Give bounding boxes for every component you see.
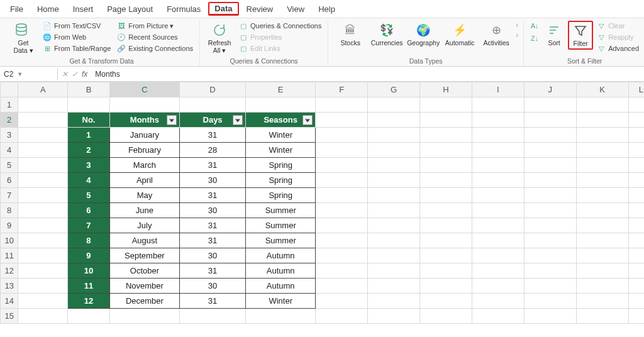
cell-B13[interactable]: 11: [68, 279, 110, 294]
cell-C4[interactable]: February: [109, 143, 179, 158]
cell-I13[interactable]: [472, 279, 524, 294]
cell-A13[interactable]: [18, 279, 68, 294]
col-header-L[interactable]: L: [628, 82, 644, 97]
cell-I7[interactable]: [472, 188, 524, 203]
cell-E3[interactable]: Winter: [246, 128, 316, 143]
cell-E13[interactable]: Autumn: [246, 279, 316, 294]
cell-D15[interactable]: [180, 309, 246, 324]
cell-H2[interactable]: [420, 113, 472, 128]
cell-F10[interactable]: [316, 233, 368, 248]
cell-K4[interactable]: [576, 143, 628, 158]
gt-from-picture-[interactable]: 🖼From Picture ▾: [116, 21, 194, 31]
cell-C5[interactable]: March: [109, 158, 179, 173]
cell-J5[interactable]: [524, 158, 576, 173]
cell-D8[interactable]: 30: [180, 203, 246, 218]
cell-K9[interactable]: [576, 218, 628, 233]
cell-C10[interactable]: August: [109, 233, 179, 248]
cell-D10[interactable]: 31: [180, 233, 246, 248]
menu-view[interactable]: View: [280, 3, 311, 16]
cell-E6[interactable]: Spring: [246, 173, 316, 188]
chevron-left-icon[interactable]: ‹: [516, 21, 518, 30]
cell-H3[interactable]: [420, 128, 472, 143]
datatype-automatic[interactable]: ⚡Automatic: [443, 21, 477, 48]
cell-B11[interactable]: 9: [68, 248, 110, 263]
cell-B3[interactable]: 1: [68, 128, 110, 143]
cell-E8[interactable]: Summer: [246, 203, 316, 218]
cell-F15[interactable]: [316, 309, 368, 324]
cell-K12[interactable]: [576, 263, 628, 279]
cell-A8[interactable]: [18, 203, 68, 218]
cell-B12[interactable]: 10: [68, 263, 110, 279]
cell-I15[interactable]: [472, 309, 524, 324]
cell-K10[interactable]: [576, 233, 628, 248]
cell-B1[interactable]: [68, 97, 110, 113]
cell-A11[interactable]: [18, 248, 68, 263]
col-header-G[interactable]: G: [368, 82, 420, 97]
formula-input[interactable]: Months: [91, 70, 644, 79]
row-header-3[interactable]: 3: [1, 128, 18, 143]
cell-G7[interactable]: [368, 188, 420, 203]
row-header-12[interactable]: 12: [1, 263, 18, 279]
cell-G2[interactable]: [368, 113, 420, 128]
cell-L9[interactable]: [628, 218, 644, 233]
cell-K13[interactable]: [576, 279, 628, 294]
datatype-stocks[interactable]: 🏛Stocks: [333, 21, 367, 48]
cell-J14[interactable]: [524, 294, 576, 309]
cell-I12[interactable]: [472, 263, 524, 279]
cell-J6[interactable]: [524, 173, 576, 188]
cell-L4[interactable]: [628, 143, 644, 158]
cell-B15[interactable]: [68, 309, 110, 324]
cell-H10[interactable]: [420, 233, 472, 248]
cell-C3[interactable]: January: [109, 128, 179, 143]
datatype-geography[interactable]: 🌍Geography: [406, 21, 440, 48]
filter-button[interactable]: Filter: [568, 21, 593, 50]
col-header-F[interactable]: F: [316, 82, 368, 97]
menu-review[interactable]: Review: [240, 3, 280, 16]
cell-L3[interactable]: [628, 128, 644, 143]
cell-G15[interactable]: [368, 309, 420, 324]
cell-H13[interactable]: [420, 279, 472, 294]
cell-L12[interactable]: [628, 263, 644, 279]
cell-I10[interactable]: [472, 233, 524, 248]
datatype-currencies[interactable]: 💱Currencies: [370, 21, 404, 48]
cell-A2[interactable]: [18, 113, 68, 128]
cell-K15[interactable]: [576, 309, 628, 324]
cell-E14[interactable]: Winter: [246, 294, 316, 309]
cell-I1[interactable]: [472, 97, 524, 113]
cell-A5[interactable]: [18, 158, 68, 173]
cell-D3[interactable]: 31: [180, 128, 246, 143]
cell-D13[interactable]: 30: [180, 279, 246, 294]
name-box[interactable]: C2 ▼: [0, 69, 58, 80]
row-header-14[interactable]: 14: [1, 294, 18, 309]
fx-icon[interactable]: fx: [82, 70, 87, 79]
cell-F2[interactable]: [316, 113, 368, 128]
cell-D12[interactable]: 31: [180, 263, 246, 279]
cell-K1[interactable]: [576, 97, 628, 113]
cell-J2[interactable]: [524, 113, 576, 128]
row-header-6[interactable]: 6: [1, 173, 18, 188]
row-header-2[interactable]: 2: [1, 113, 18, 128]
row-header-7[interactable]: 7: [1, 188, 18, 203]
cell-C8[interactable]: June: [109, 203, 179, 218]
cell-J8[interactable]: [524, 203, 576, 218]
cell-C7[interactable]: May: [109, 188, 179, 203]
col-header-J[interactable]: J: [524, 82, 576, 97]
col-header-I[interactable]: I: [472, 82, 524, 97]
cell-G11[interactable]: [368, 248, 420, 263]
cell-C1[interactable]: [109, 97, 179, 113]
cell-K14[interactable]: [576, 294, 628, 309]
cell-C2[interactable]: Months: [109, 113, 179, 128]
cell-D1[interactable]: [180, 97, 246, 113]
enter-icon[interactable]: ✓: [72, 70, 78, 79]
menu-help[interactable]: Help: [312, 3, 341, 16]
cell-H6[interactable]: [420, 173, 472, 188]
sort-desc-button[interactable]: Z↓: [529, 33, 540, 43]
row-header-15[interactable]: 15: [1, 309, 18, 324]
cell-H9[interactable]: [420, 218, 472, 233]
cell-D5[interactable]: 31: [180, 158, 246, 173]
cell-D4[interactable]: 28: [180, 143, 246, 158]
cell-K5[interactable]: [576, 158, 628, 173]
menu-page-layout[interactable]: Page Layout: [101, 3, 159, 16]
cell-D7[interactable]: 31: [180, 188, 246, 203]
cell-L10[interactable]: [628, 233, 644, 248]
